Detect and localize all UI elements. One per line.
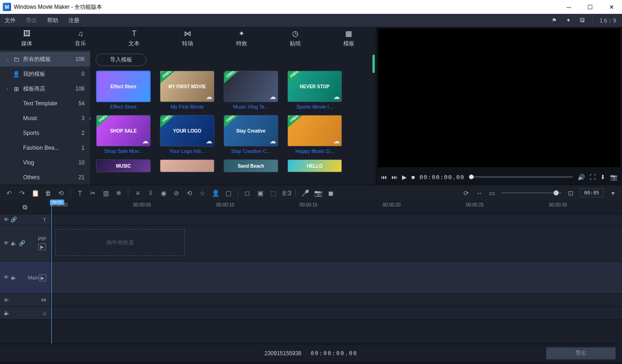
mute-icon[interactable]: 🔈 [11,240,17,246]
template-card[interactable]: FREESHOP SALE☁Shop Sale Mov... [96,115,151,154]
toolbar-zoom-button[interactable]: ↔ [476,189,483,197]
toolbar-edit-button[interactable]: 📋 [31,189,39,197]
fit-button[interactable]: ⊡ [567,189,574,197]
eye-icon[interactable]: 👁 [4,274,9,280]
sidebar-item-Fashion Bea...[interactable]: Fashion Bea...1 [0,140,90,155]
cloud-download-icon[interactable]: ☁ [270,93,276,100]
template-card[interactable]: Effect StoreEffect Store [96,71,151,109]
eye-icon[interactable]: 👁 [4,240,9,246]
sidebar-item-Others[interactable]: Others21 [0,170,90,185]
pip-track-lane[interactable]: 画中画轨道 [50,225,622,261]
menu-help[interactable]: 帮助 [47,17,58,24]
maximize-button[interactable]: ☐ [579,0,601,14]
minimize-button[interactable]: ─ [558,0,579,14]
cloud-download-icon[interactable]: ☁ [270,138,276,145]
sidebar-item-模板商店[interactable]: ›⊞模板商店106 [0,81,90,96]
toolbar-adjust-button[interactable]: ⊘ [173,189,180,197]
toolbar-adjust-button[interactable]: ⟲ [186,189,193,197]
template-card[interactable]: FREEMY FIRST MOVIE☁My First Movie [159,71,215,109]
sidebar-item-Text Template[interactable]: Text Template54 [0,96,90,111]
play-button[interactable]: ▶ [402,174,407,181]
volume-icon[interactable]: 🔊 [578,174,585,181]
tab-模板[interactable]: ▦模板 [322,27,376,50]
toolbar-crop-button[interactable]: ◻ [244,189,251,197]
text-track-lane[interactable] [50,214,622,225]
toolbar-clip-button[interactable]: ❄ [115,189,122,197]
pip-placeholder[interactable]: 画中画轨道 [55,229,185,256]
aspect-ratio[interactable]: 16:9 [599,17,617,24]
toolbar-adjust-button[interactable]: ▢ [225,189,232,197]
mute-icon[interactable]: 🔈 [4,310,10,316]
eye-icon[interactable]: 👁 [4,217,9,223]
prev-frame-button[interactable]: ⏮ [381,174,387,181]
main-track-lane[interactable] [50,261,622,293]
toolbar-adjust-button[interactable]: ◉ [160,189,167,197]
link-icon[interactable]: 🔗 [11,217,17,223]
template-card[interactable]: HELLO [287,159,342,172]
toolbar-edit-button[interactable]: ↷ [18,189,26,197]
tab-转场[interactable]: ⋈转场 [161,27,214,50]
toolbar-edit-button[interactable]: ⟲ [57,189,65,197]
template-card[interactable]: FREENEVER STOP☁Sports Movie I... [287,71,342,109]
tab-贴纸[interactable]: ◷贴纸 [268,27,322,50]
cloud-download-icon[interactable]: ☁ [142,138,148,145]
toolbar-zoom-button[interactable]: ▭ [488,189,496,197]
wand-icon[interactable]: ✦ [565,17,572,24]
mute-icon[interactable]: 🔈 [11,274,17,280]
tab-特效[interactable]: ✦特效 [215,27,268,50]
timeline-ruler[interactable]: 00:00 00:00:0000:00:0500:00:1000:00:1500… [50,200,622,214]
menu-register[interactable]: 注册 [68,17,79,24]
menu-file[interactable]: 文件 [5,17,16,24]
toolbar-crop-button[interactable]: ▣ [256,189,264,197]
cloud-download-icon[interactable]: ☁ [334,138,340,145]
template-card[interactable]: MUSIC [96,159,151,172]
snapshot-icon[interactable]: 📷 [610,174,617,181]
toolbar-clip-button[interactable]: ✂ [89,189,97,197]
template-card[interactable]: FREE☁Music Vlog Te... [223,71,279,109]
cloud-download-icon[interactable]: ☁ [334,93,340,100]
scrollbar[interactable] [372,55,375,73]
transition-track-lane[interactable] [50,294,622,306]
sidebar-item-Music[interactable]: Music3› [0,111,90,126]
cloud-download-icon[interactable]: ☁ [206,138,212,145]
sidebar-item-所有的模板[interactable]: ›🗀所有的模板106 [0,52,90,67]
playhead[interactable] [51,200,52,344]
template-card[interactable]: FREEYOUR LOGO☁Your Logo Intr... [159,115,215,154]
duration-dropdown-icon[interactable]: ▾ [609,189,616,197]
toolbar-edit-button[interactable]: 🗑 [44,189,52,197]
template-card[interactable]: FREE☁Happy Music D... [287,115,342,154]
preview-seek-slider[interactable] [469,176,573,178]
import-template-button[interactable]: 导入模板 [96,54,146,66]
duration-box[interactable]: 00:05 [580,188,604,197]
toolbar-adjust-button[interactable]: ⫴ [147,189,154,197]
tab-音乐[interactable]: ♫音乐 [54,27,107,50]
sidebar-item-我的模板[interactable]: 👤我的模板0 [0,67,90,81]
template-card[interactable]: Sand Beach [223,159,279,172]
save-icon[interactable]: 🖫 [579,17,586,24]
timeline-corner[interactable]: ⧉ [0,200,50,214]
fullscreen-icon[interactable]: ⛶ [590,174,596,181]
toolbar-crop-button[interactable]: 8:3 [282,189,290,197]
template-card[interactable] [159,159,215,172]
toolbar-clip-button[interactable]: T [76,189,84,197]
link-icon[interactable]: 🔗 [19,240,25,246]
close-button[interactable]: ✕ [601,0,622,14]
flag-icon[interactable]: ⚑ [551,17,558,24]
preview-viewport[interactable] [378,29,620,167]
export-button[interactable]: 导出 [546,347,616,359]
toolbar-crop-button[interactable]: ⬚ [269,189,277,197]
cloud-download-icon[interactable]: ☁ [206,93,212,100]
audio-track-lane[interactable] [50,307,622,319]
toolbar-record-button[interactable]: 📷 [314,189,322,197]
toolbar-edit-button[interactable]: ↶ [6,189,13,197]
sidebar-item-Vlog[interactable]: Vlog10 [0,155,90,170]
next-frame-button[interactable]: ⏭ [391,174,397,181]
menu-export[interactable]: 导出 [26,17,37,24]
export-frame-icon[interactable]: ⬇ [600,174,605,181]
toolbar-record-button[interactable]: ◼ [327,189,335,197]
tab-媒体[interactable]: 🖼媒体 [0,27,54,50]
toolbar-adjust-button[interactable]: ≡ [134,189,141,197]
toolbar-zoom-button[interactable]: ⟳ [463,189,470,197]
template-card[interactable]: FREEStay Creative☁Stay Creative C... [223,115,279,154]
toolbar-record-button[interactable]: 🎤 [301,189,309,197]
